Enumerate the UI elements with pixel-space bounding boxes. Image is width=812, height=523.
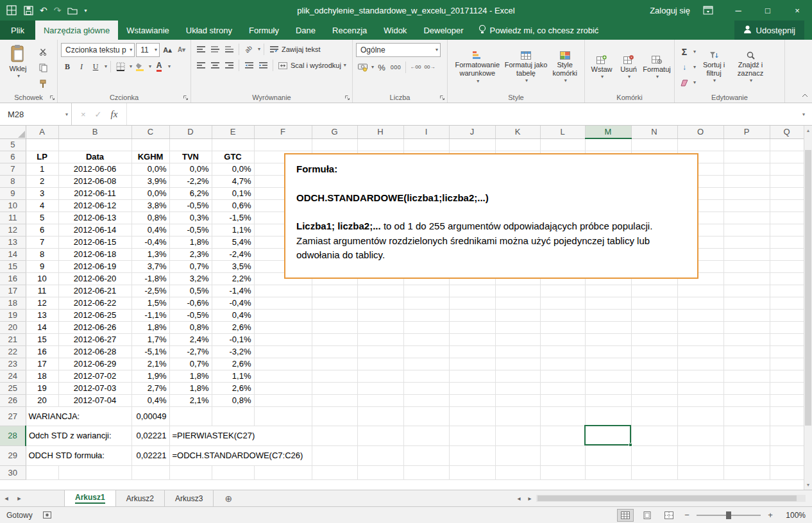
row-header-21[interactable]: 21 <box>0 333 26 345</box>
row-header-17[interactable]: 17 <box>0 285 26 297</box>
cell-F25[interactable] <box>254 382 312 394</box>
cell-F19[interactable] <box>254 309 312 321</box>
cell-M23[interactable] <box>585 358 631 370</box>
horizontal-scroll-thumb[interactable] <box>537 495 797 501</box>
cell-C10[interactable]: 3,8% <box>131 199 169 212</box>
cell-N20[interactable] <box>631 321 677 333</box>
clear-button[interactable] <box>678 76 691 89</box>
cell-C22[interactable]: -5,1% <box>131 345 169 358</box>
cell-O21[interactable] <box>677 333 723 345</box>
cell-B25[interactable]: 2012-07-03 <box>58 382 131 394</box>
cell-E18[interactable]: -0,4% <box>212 297 254 309</box>
ribbon-display-options-icon[interactable] <box>703 6 713 15</box>
save-icon[interactable] <box>24 6 33 15</box>
cell-L24[interactable] <box>540 370 585 382</box>
cell-D22[interactable]: -2,7% <box>169 345 212 358</box>
cell-H23[interactable] <box>357 358 403 370</box>
cell-J29[interactable] <box>449 445 495 465</box>
cell-L23[interactable] <box>540 358 585 370</box>
cell-Q9[interactable] <box>770 187 804 199</box>
tab-plik[interactable]: Plik <box>0 21 35 40</box>
cell-D23[interactable]: 0,7% <box>169 358 212 370</box>
cell-K23[interactable] <box>495 358 540 370</box>
cell-F30[interactable] <box>254 465 312 479</box>
orientation-button[interactable]: ab <box>242 43 255 56</box>
cell-K21[interactable] <box>495 333 540 345</box>
wrap-text-label[interactable]: Zawijaj tekst <box>282 46 321 53</box>
cell-E27[interactable] <box>212 406 254 426</box>
cell-P17[interactable] <box>723 285 770 297</box>
cell-D13[interactable]: 1,8% <box>169 236 212 248</box>
cell-C25[interactable]: 2,7% <box>131 382 169 394</box>
cell-J18[interactable] <box>449 297 495 309</box>
cell-C18[interactable]: 1,5% <box>131 297 169 309</box>
cell-E8[interactable]: 4,7% <box>212 175 254 187</box>
cell-F5[interactable] <box>254 138 312 151</box>
cell-F23[interactable] <box>254 358 312 370</box>
cell-G22[interactable] <box>312 345 357 358</box>
cell-I20[interactable] <box>403 321 449 333</box>
orientation-dropdown-icon[interactable]: ▾ <box>258 47 260 52</box>
cell-Q28[interactable] <box>770 426 804 445</box>
cell-J5[interactable] <box>449 138 495 151</box>
clipboard-dialog-launcher[interactable] <box>49 95 55 101</box>
delete-cells-button[interactable]: Usuń ▾ <box>615 55 642 80</box>
cell-D14[interactable]: 2,3% <box>169 248 212 260</box>
cell-K26[interactable] <box>495 394 540 406</box>
cell-O22[interactable] <box>677 345 723 358</box>
cell-C16[interactable]: -1,8% <box>131 272 169 285</box>
cell-Q21[interactable] <box>770 333 804 345</box>
cell-Q13[interactable] <box>770 236 804 248</box>
cell-B10[interactable]: 2012-06-12 <box>58 199 131 212</box>
row-header-15[interactable]: 15 <box>0 260 26 272</box>
cell-O23[interactable] <box>677 358 723 370</box>
cell-D15[interactable]: 0,7% <box>169 260 212 272</box>
column-header-A[interactable]: A <box>26 126 58 138</box>
page-break-view-button[interactable] <box>661 509 677 522</box>
cell-E30[interactable] <box>212 465 254 479</box>
merge-center-label[interactable]: Scal i wyśrodkuj <box>291 62 341 69</box>
underline-button[interactable]: U <box>89 60 102 73</box>
cell-B14[interactable]: 2012-06-18 <box>58 248 131 260</box>
cell-A14[interactable]: 8 <box>26 248 58 260</box>
cell-J21[interactable] <box>449 333 495 345</box>
customize-quick-access-icon[interactable]: ▾ <box>84 8 87 13</box>
column-header-C[interactable]: C <box>131 126 169 138</box>
cancel-formula-button[interactable]: × <box>81 110 86 119</box>
cell-L27[interactable] <box>540 406 585 426</box>
cell-B11[interactable]: 2012-06-13 <box>58 212 131 224</box>
cell-I26[interactable] <box>403 394 449 406</box>
cell-D30[interactable] <box>169 465 212 479</box>
cell-K25[interactable] <box>495 382 540 394</box>
cell-A11[interactable]: 5 <box>26 212 58 224</box>
cell-J27[interactable] <box>449 406 495 426</box>
cell-E13[interactable]: 5,4% <box>212 236 254 248</box>
column-header-F[interactable]: F <box>254 126 312 138</box>
row-header-8[interactable]: 8 <box>0 175 26 187</box>
cell-styles-button[interactable]: Style komórki ▾ <box>548 51 582 83</box>
align-center-button[interactable] <box>208 59 221 72</box>
cell-J20[interactable] <box>449 321 495 333</box>
cell-O17[interactable] <box>677 285 723 297</box>
cell-K29[interactable] <box>495 445 540 465</box>
decrease-font-size-icon[interactable]: A▾ <box>175 44 188 56</box>
cell-P15[interactable] <box>723 260 770 272</box>
page-layout-view-button[interactable] <box>639 509 656 522</box>
cell-F20[interactable] <box>254 321 312 333</box>
cell-O24[interactable] <box>677 370 723 382</box>
cell-D16[interactable]: 3,2% <box>169 272 212 285</box>
scroll-down-icon[interactable]: ▾ <box>804 482 812 488</box>
cell-A8[interactable]: 2 <box>26 175 58 187</box>
column-header-L[interactable]: L <box>540 126 585 138</box>
bold-button[interactable]: B <box>61 60 74 73</box>
cell-E10[interactable]: 0,6% <box>212 199 254 212</box>
cell-Q27[interactable] <box>770 406 804 426</box>
cell-D29[interactable]: =ODCH.STANDARDOWE(C7:C26) <box>169 445 312 465</box>
cell-C8[interactable]: 3,9% <box>131 175 169 187</box>
row-header-23[interactable]: 23 <box>0 358 26 370</box>
cut-button[interactable] <box>37 46 49 58</box>
cell-P19[interactable] <box>723 309 770 321</box>
cell-L30[interactable] <box>540 465 585 479</box>
column-header-I[interactable]: I <box>403 126 449 138</box>
sort-filter-button[interactable]: Sortuj i filtruj ▾ <box>696 43 732 92</box>
